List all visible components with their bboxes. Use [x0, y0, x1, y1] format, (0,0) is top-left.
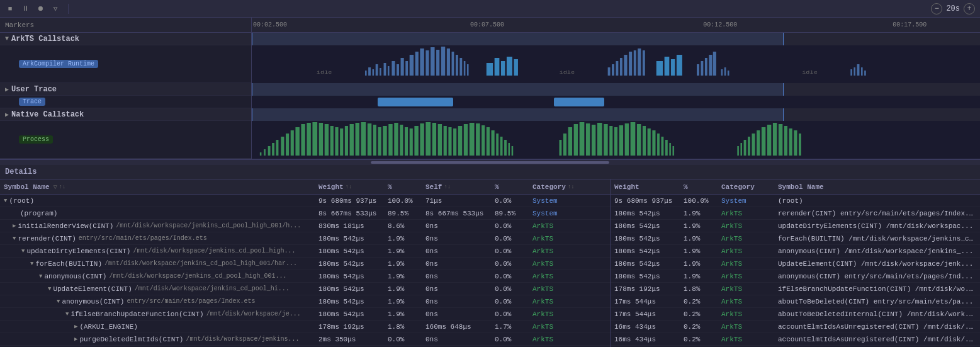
record-icon[interactable]: ⏺	[35, 4, 45, 14]
td-symbol: ▼ (root)	[0, 197, 315, 205]
svg-rect-139	[773, 123, 777, 156]
symbol-name: rerender(CINT)	[18, 235, 76, 242]
svg-rect-56	[861, 67, 863, 76]
table-row[interactable]: ▼ UpdateElement(CINT) /mnt/disk/workspac…	[0, 283, 610, 295]
symbol-path: /mnt/disk/workspace/jenkins_cd_pool_high…	[104, 260, 297, 267]
svg-rect-120	[625, 123, 629, 156]
svg-rect-80	[373, 125, 376, 156]
table-row[interactable]: ▼ updateDirtyElements(CINT) /mnt/disk/wo…	[0, 245, 610, 258]
user-trace-row[interactable]: ▶ User Trace	[0, 83, 251, 96]
svg-rect-116	[604, 124, 607, 156]
weight-sort-icon[interactable]: ↑↓	[346, 184, 352, 190]
symbol-name: (ARKUI_ENGINE)	[79, 323, 137, 331]
expand-icon[interactable]: ▼	[48, 286, 51, 292]
td-pct2: 0.0%	[491, 285, 529, 293]
table-row[interactable]: ▼ rerender(CINT) entry/src/main/ets/page…	[0, 232, 610, 245]
expand-icon[interactable]: ▶	[74, 336, 77, 343]
svg-rect-144	[799, 134, 801, 156]
arkts-expand-icon[interactable]: ▼	[5, 35, 9, 42]
td-r-category: ArkTS	[718, 298, 774, 305]
td-r-weight: 180ms 542μs	[611, 273, 680, 280]
svg-rect-3	[365, 71, 367, 76]
td-r-category: ArkTS	[718, 247, 774, 255]
symbol-sort-icon[interactable]: ↑↓	[59, 184, 66, 190]
td-r-pct: 1.9%	[680, 273, 718, 280]
td-symbol: ▼ ifElseBranchUpdateFunction(CINT) /mnt/…	[0, 310, 315, 318]
svg-rect-107	[512, 146, 514, 156]
svg-rect-30	[507, 57, 512, 76]
td-symbol: ▼ UpdateElement(CINT) /mnt/disk/workspac…	[0, 285, 315, 293]
table-row[interactable]: 180ms 542μs 1.9% ArkTS rerender(CINT) en…	[611, 207, 980, 220]
svg-rect-59	[264, 149, 266, 156]
expand-icon[interactable]: ▼	[57, 299, 60, 305]
scrollbar-area[interactable]	[0, 160, 980, 165]
table-row[interactable]: ▼ (root) 9s 680ms 937μs 100.0% 71μs 0.0%…	[0, 195, 610, 207]
expand-icon[interactable]: ▶	[13, 222, 16, 229]
td-r-symbol: UpdateElement(CINT) /mnt/disk/workspace/…	[774, 260, 980, 268]
trace-badge[interactable]: Trace	[19, 98, 45, 106]
timeline-ruler[interactable]: 00:02.500 00:07.500 00:12.500 00:17.500	[252, 18, 980, 32]
cat-sort-icon[interactable]: ↑↓	[568, 184, 575, 190]
arkts-callstack-row[interactable]: ▼ ArkTS Callstack	[0, 33, 251, 45]
col-pct: %	[384, 183, 422, 191]
svg-rect-137	[762, 127, 765, 156]
table-row[interactable]: ▼ ifElseBranchUpdateFunction(CINT) /mnt/…	[0, 308, 610, 321]
table-row[interactable]: 9s 680ms 937μs 100.0% System (root)	[611, 195, 980, 207]
symbol-name: (root)	[9, 197, 34, 205]
symbol-name: UpdateElement(CINT)	[53, 285, 132, 293]
table-row[interactable]: 180ms 542μs 1.9% ArkTS forEach(BUILTIN) …	[611, 232, 980, 245]
table-row[interactable]: ▶ purgeDeletedElmtIds(CINT) /mnt/disk/wo…	[0, 333, 610, 346]
svg-rect-97	[464, 124, 468, 156]
self-sort-icon[interactable]: ↑↓	[444, 184, 451, 190]
svg-rect-110	[568, 127, 572, 156]
table-row[interactable]: 16ms 434μs 0.2% ArkTS accountElmtIdsAsUn…	[611, 321, 980, 333]
td-weight: 180ms 542μs	[315, 285, 384, 293]
td-pct2: 0.0%	[491, 197, 529, 205]
expand-icon[interactable]: ▼	[30, 261, 33, 267]
table-row[interactable]: ▼ anonymous(CINT) /mnt/disk/workspace/je…	[0, 270, 610, 283]
td-weight: 180ms 542μs	[315, 235, 384, 242]
zoom-in-button[interactable]: +	[964, 3, 975, 14]
svg-rect-58	[260, 152, 262, 156]
symbol-filter-icon[interactable]: ▽	[54, 183, 57, 191]
native-expand-icon[interactable]: ▶	[5, 111, 9, 118]
expand-icon[interactable]: ▼	[39, 273, 42, 280]
expand-icon[interactable]: ▼	[65, 311, 69, 317]
td-self: 0ns	[422, 285, 491, 293]
arkts-waveform: idle idle idle	[252, 45, 980, 83]
table-row[interactable]: 17ms 544μs 0.2% ArkTS aboutToBeDeletedIn…	[611, 308, 980, 321]
stop-icon[interactable]: ■	[5, 4, 15, 14]
zoom-out-button[interactable]: −	[931, 3, 942, 14]
table-row[interactable]: 180ms 542μs 1.9% ArkTS UpdateElement(CIN…	[611, 258, 980, 270]
table-row[interactable]: 178ms 192μs 1.8% ArkTS ifElseBranchUpdat…	[611, 283, 980, 295]
table-row[interactable]: 17ms 544μs 0.2% ArkTS aboutToBeDeleted(C…	[611, 295, 980, 308]
svg-rect-118	[614, 127, 617, 156]
table-row[interactable]: (program) 8s 667ms 533μs 89.5% 8s 667ms …	[0, 207, 610, 220]
expand-icon[interactable]: ▶	[74, 323, 77, 330]
table-row[interactable]: 180ms 542μs 1.9% ArkTS anonymous(CINT) /…	[611, 245, 980, 258]
timeline-header: Markers 00:02.500 00:07.500 00:12.500 00…	[0, 18, 980, 33]
expand-icon[interactable]: ▼	[4, 198, 7, 204]
svg-rect-21	[447, 48, 450, 76]
table-row[interactable]: 180ms 542μs 1.9% ArkTS updateDirtyElemen…	[611, 220, 980, 232]
svg-rect-106	[509, 143, 510, 156]
user-trace-expand-icon[interactable]: ▶	[5, 86, 9, 93]
table-row[interactable]: ▶ initialRenderView(CINT) /mnt/disk/work…	[0, 220, 610, 232]
table-row[interactable]: ▼ forEach(BUILTIN) /mnt/disk/workspace/j…	[0, 258, 610, 270]
table-row[interactable]: 180ms 542μs 1.9% ArkTS anonymous(CINT) e…	[611, 270, 980, 283]
filter-icon[interactable]: ▽	[50, 4, 60, 14]
expand-icon[interactable]: ▼	[13, 236, 16, 242]
process-badge[interactable]: Process	[19, 135, 53, 144]
svg-rect-141	[784, 126, 787, 156]
arkts-compiler-badge[interactable]: ArkCompiler Runtime	[19, 60, 98, 68]
symbol-path: /mnt/disk/workspace/je...	[206, 310, 301, 317]
native-callstack-row[interactable]: ▶ Native Callstack	[0, 108, 251, 121]
scrollbar-thumb[interactable]	[371, 161, 609, 164]
expand-icon[interactable]: ▼	[21, 248, 25, 254]
table-row[interactable]: 16ms 434μs 0.2% ArkTS accountElmtIdsAsUn…	[611, 333, 980, 346]
native-badge-row: Process	[0, 121, 251, 159]
table-row[interactable]: ▼ anonymous(CINT) entry/src/main/ets/pag…	[0, 295, 610, 308]
svg-rect-48	[709, 55, 712, 76]
pause-icon[interactable]: ⏸	[20, 4, 30, 14]
table-row[interactable]: ▶ (ARKUI_ENGINE) 178ms 192μs 1.8% 160ms …	[0, 321, 610, 333]
